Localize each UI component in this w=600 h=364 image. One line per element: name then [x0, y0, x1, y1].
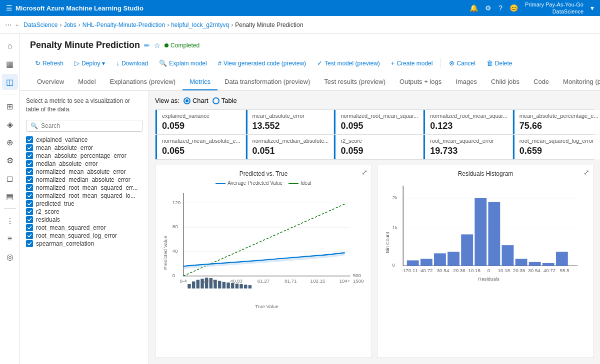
sidebar-icon-datasets[interactable]: ≡	[2, 231, 18, 247]
metric-card[interactable]: normalized_root_mean_squar... 0.123	[424, 110, 512, 134]
metric-checkbox[interactable]	[26, 184, 33, 191]
sidebar-icon-settings[interactable]: ◎	[2, 249, 18, 265]
breadcrumb-datascience[interactable]: DataScience	[24, 21, 58, 28]
chart-radio-label: Chart	[192, 97, 208, 104]
table-radio[interactable]: Table	[212, 97, 237, 104]
create-model-button[interactable]: + Create model	[386, 57, 438, 69]
metric-label[interactable]: mean_absolute_error	[36, 144, 93, 151]
metric-checkbox[interactable]	[26, 200, 33, 207]
hamburger-icon[interactable]: ☰	[6, 4, 12, 12]
metric-card[interactable]: root_mean_squared_error 19.733	[424, 135, 512, 159]
tab-images[interactable]: Images	[448, 74, 484, 90]
metric-checkbox[interactable]	[26, 232, 33, 239]
metric-card[interactable]: normalized_median_absolute... 0.051	[246, 135, 334, 159]
sidebar-icon-endpoints[interactable]: ⊕	[2, 134, 18, 150]
metric-label[interactable]: predicted_true	[36, 200, 74, 207]
metric-label[interactable]: normalized_root_mean_squared_err...	[36, 184, 138, 191]
tab-code[interactable]: Code	[526, 74, 556, 90]
sidebar-icon-jobs[interactable]: ◫	[2, 74, 18, 90]
user-icon[interactable]: 😊	[510, 4, 518, 12]
metric-checkbox[interactable]	[26, 216, 33, 223]
metric-label[interactable]: root_mean_squared_log_error	[36, 232, 117, 239]
tab-test-results--preview-[interactable]: Test results (preview)	[317, 74, 392, 90]
star-icon[interactable]: ☆	[154, 41, 160, 49]
metric-label[interactable]: mean_absolute_percentage_error	[36, 152, 126, 159]
tab-data-transformation--preview-[interactable]: Data transformation (preview)	[218, 74, 317, 90]
metric-label[interactable]: normalized_median_absolute_error	[36, 176, 130, 183]
metric-checkbox[interactable]	[26, 136, 33, 143]
search-box[interactable]: 🔍	[26, 120, 142, 132]
breadcrumb-jobs[interactable]: Jobs	[64, 21, 76, 28]
metric-checkbox[interactable]	[26, 240, 33, 247]
metric-label[interactable]: residuals	[36, 216, 60, 223]
help-icon[interactable]: ?	[498, 4, 502, 12]
chevron-down-icon[interactable]: ▾	[590, 4, 594, 12]
metric-checkbox[interactable]	[26, 144, 33, 151]
breadcrumb-run[interactable]: helpful_lock_g2rntyvq	[171, 21, 229, 28]
nav-menu-icon[interactable]: ···	[5, 20, 12, 29]
download-button[interactable]: ↓ Download	[111, 57, 153, 69]
metric-label[interactable]: root_mean_squared_error	[36, 224, 106, 231]
metric-card[interactable]: explained_variance 0.059	[156, 110, 246, 134]
tab-outputs---logs[interactable]: Outputs + logs	[392, 74, 448, 90]
metric-checkbox[interactable]	[26, 152, 33, 159]
chart-radio[interactable]: Chart	[184, 97, 208, 104]
expand-chart1-icon[interactable]: ⤢	[362, 168, 368, 176]
table-radio-circle[interactable]	[212, 97, 220, 104]
sidebar-icon-data[interactable]: ⊞	[2, 98, 18, 114]
explain-model-button[interactable]: 🔍 Explain model	[154, 57, 212, 69]
metric-card[interactable]: r2_score 0.059	[334, 135, 423, 159]
tab-model[interactable]: Model	[71, 74, 102, 90]
tab-metrics[interactable]: Metrics	[182, 74, 218, 90]
expand-chart2-icon[interactable]: ⤢	[584, 168, 590, 176]
breadcrumb-nhl[interactable]: NHL-Penalty-Minute-Prediction	[82, 21, 165, 28]
tab-explanations--preview-[interactable]: Explanations (preview)	[103, 74, 183, 90]
deploy-chevron-icon[interactable]: ▾	[102, 60, 105, 67]
tab-child-jobs[interactable]: Child jobs	[484, 74, 526, 90]
sidebar-icon-home[interactable]: ⌂	[2, 38, 18, 54]
chart-radio-circle[interactable]	[184, 97, 190, 104]
metric-label[interactable]: r2_score	[36, 208, 60, 215]
metric-checkbox[interactable]	[26, 176, 33, 183]
metric-card[interactable]: mean_absolute_percentage_e... 75.66	[513, 110, 600, 134]
metric-card[interactable]: root_mean_squared_log_error 0.659	[513, 135, 600, 159]
svg-text:1k: 1k	[392, 225, 398, 230]
sidebar-icon-dashboard[interactable]: ▦	[2, 56, 18, 72]
metric-card[interactable]: mean_absolute_error 13.552	[246, 110, 334, 134]
search-input[interactable]	[41, 122, 138, 129]
navbar: ··· ← DataScience › Jobs › NHL-Penalty-M…	[0, 16, 600, 34]
metric-checkbox[interactable]	[26, 224, 33, 231]
metric-checkbox[interactable]	[26, 208, 33, 215]
refresh-button[interactable]: ↻ Refresh	[30, 57, 68, 69]
edit-icon[interactable]: ✏	[144, 41, 150, 49]
sidebar-icon-models[interactable]: ◈	[2, 116, 18, 132]
settings-icon[interactable]: ⚙	[485, 4, 492, 12]
deploy-button[interactable]: ▷ Deploy ▾	[70, 57, 110, 69]
metric-label[interactable]: explained_variance	[36, 136, 88, 143]
sidebar-icon-environments[interactable]: ◻	[2, 170, 18, 186]
cancel-button[interactable]: ⊗ Cancel	[444, 57, 480, 69]
delete-button[interactable]: 🗑 Delete	[482, 57, 518, 69]
metric-label[interactable]: median_absolute_error	[36, 160, 98, 167]
test-model-button[interactable]: ✓ Test model (preview)	[312, 57, 385, 69]
metric-checkbox[interactable]	[26, 168, 33, 175]
metric-card-name: normalized_median_absolute...	[252, 138, 329, 144]
metric-checkbox[interactable]	[26, 192, 33, 199]
metric-card[interactable]: normalized_root_mean_squar... 0.095	[334, 110, 423, 134]
metric-label[interactable]: normalized_mean_absolute_error	[36, 168, 126, 175]
metric-card-name: mean_absolute_percentage_e...	[520, 113, 598, 119]
metric-checkbox[interactable]	[26, 160, 33, 167]
sidebar-icon-pipelines[interactable]: ⋮	[2, 213, 18, 229]
view-code-button[interactable]: # View generated code (preview)	[213, 57, 311, 69]
tab-overview[interactable]: Overview	[30, 74, 71, 90]
account-info[interactable]: Primary Pay-As-You-Go DataScience	[525, 1, 584, 15]
metric-label[interactable]: spearman_correlation	[36, 240, 94, 247]
chart2-svg: Bin Count 2k 1k 0	[382, 180, 588, 305]
back-icon[interactable]: ←	[14, 21, 20, 28]
sidebar-icon-components[interactable]: ⚙	[2, 152, 18, 168]
tab-monitoring--preview-[interactable]: Monitoring (preview)	[556, 74, 600, 90]
metric-label[interactable]: normalized_root_mean_squared_lo...	[36, 192, 136, 199]
metric-card[interactable]: normalized_mean_absolute_e... 0.065	[156, 135, 246, 159]
sidebar-icon-compute[interactable]: ▤	[2, 188, 18, 204]
bell-icon[interactable]: 🔔	[470, 4, 478, 12]
